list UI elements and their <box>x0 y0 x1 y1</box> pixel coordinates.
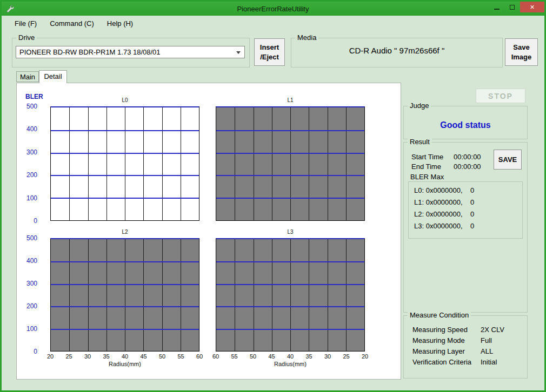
window-title: PioneerErrorRateUtility <box>2 5 544 13</box>
x-tick-label: 30 <box>324 353 331 360</box>
grid-vline <box>88 107 89 220</box>
grid-vline <box>125 107 125 220</box>
grid-vline <box>235 239 235 351</box>
grid-vline <box>235 107 235 220</box>
bler-axis-label: BLER <box>25 93 43 100</box>
grid-vline <box>69 239 70 351</box>
bler-max-hex: L3: 0x0000000, <box>414 222 463 230</box>
x-tick-label: 55 <box>231 353 237 360</box>
chart-title: L1 <box>216 97 365 103</box>
judge-group-label: Judge <box>408 102 431 110</box>
save-image-label-line2: Image <box>511 52 532 62</box>
window-controls: × <box>489 2 544 12</box>
grid-vline <box>290 107 291 220</box>
chart-title: L2 <box>50 229 199 235</box>
y-tick-label: 200 <box>26 302 37 310</box>
x-axis-title: Radius(mm) <box>50 361 199 367</box>
save-button[interactable]: SAVE <box>494 150 522 170</box>
measure-condition-label: Verification Criteria <box>412 358 471 366</box>
y-tick-label: 500 <box>26 103 37 110</box>
start-time-label: Start Time <box>411 153 443 161</box>
title-bar: PioneerErrorRateUtility × <box>2 2 544 16</box>
chart-plot-area <box>50 238 199 352</box>
grid-vline <box>346 239 347 351</box>
insert-eject-label-line1: Insert <box>260 43 279 52</box>
measure-condition-group-label: Measure Condition <box>408 311 471 319</box>
menu-file[interactable]: File (F) <box>8 17 43 30</box>
measure-condition-value: Initial <box>481 358 497 366</box>
grid-vline <box>290 239 291 351</box>
grid-vline <box>181 239 181 351</box>
menu-help[interactable]: Help (H) <box>101 17 139 30</box>
measure-condition-value: Full <box>481 336 492 344</box>
grid-vline <box>125 239 125 351</box>
bler-max-hex: L0: 0x0000000, <box>414 186 463 194</box>
x-tick-label: 60 <box>212 353 219 360</box>
x-tick-label: 40 <box>287 353 294 360</box>
chart-plot-area <box>50 106 199 221</box>
insert-eject-button[interactable]: Insert /Eject <box>254 38 285 66</box>
bler-max-count: 0 <box>470 186 474 194</box>
x-tick-label: 45 <box>140 353 147 360</box>
grid-vline <box>328 107 328 220</box>
maximize-button[interactable] <box>504 2 520 12</box>
grid-hline <box>51 329 199 330</box>
tab-detail[interactable]: Detail <box>39 70 67 83</box>
x-tick-label: 30 <box>84 353 91 360</box>
stop-button[interactable]: STOP <box>476 89 525 103</box>
grid-vline <box>143 239 144 351</box>
drive-group-label: Drive <box>16 33 37 42</box>
grid-hline <box>51 153 199 154</box>
grid-hline <box>216 198 364 199</box>
bler-max-count: 0 <box>470 222 474 230</box>
close-button[interactable]: × <box>520 2 544 12</box>
grid-vline <box>328 239 328 351</box>
y-tick-label: 0 <box>34 217 37 225</box>
grid-vline <box>162 107 163 220</box>
drive-select[interactable]: PIONEER BD-RW BDR-PR1M 1.73 18/08/01 <box>16 46 245 58</box>
grid-vline <box>272 107 272 220</box>
y-tick-label: 400 <box>26 125 37 133</box>
minimize-button[interactable] <box>489 2 504 12</box>
bler-max-row: L3: 0x0000000,0 <box>414 222 463 230</box>
media-group-label: Media <box>295 33 318 42</box>
judge-status-text: Good status <box>404 120 527 130</box>
x-tick-label: 20 <box>47 353 54 360</box>
grid-hline <box>51 306 199 307</box>
x-tick-label: 50 <box>159 353 165 360</box>
media-groupbox: Media CD-R Audio " 97m26s66f " <box>291 38 503 67</box>
bler-max-count: 0 <box>470 198 474 206</box>
grid-hline <box>216 306 364 307</box>
measure-condition-label: Measuring Mode <box>412 336 465 344</box>
x-axis-ticks: 202530354045505560 <box>50 353 199 360</box>
bler-max-hex: L2: 0x0000000, <box>414 210 463 218</box>
x-axis-title: Radius(mm) <box>216 361 365 367</box>
grid-hline <box>216 153 364 154</box>
measure-condition-label: Measuring Layer <box>412 347 465 355</box>
save-image-label-line1: Save <box>513 43 529 52</box>
grid-hline <box>216 261 364 262</box>
grid-vline <box>88 239 89 351</box>
menu-command[interactable]: Command (C) <box>43 17 101 30</box>
y-tick-label: 500 <box>26 234 37 242</box>
y-axis-row2: 0100200300400500 <box>17 238 50 352</box>
x-tick-label: 60 <box>196 353 203 360</box>
x-tick-label: 25 <box>343 353 349 360</box>
chart-plot-area <box>216 106 365 221</box>
measure-condition-value: 2X CLV <box>481 326 504 334</box>
x-axis-ticks: 605550454035302520 <box>216 353 365 360</box>
start-time-value: 00:00:00 <box>454 153 481 161</box>
tab-main[interactable]: Main <box>16 71 39 82</box>
chart-title: L3 <box>216 229 365 235</box>
chevron-down-icon <box>236 51 241 54</box>
grid-hline <box>216 175 364 176</box>
chart-L0: L0 <box>50 106 199 221</box>
y-tick-label: 100 <box>26 325 37 333</box>
bler-max-count: 0 <box>470 210 474 218</box>
save-image-button[interactable]: Save Image <box>505 38 538 66</box>
result-group-label: Result <box>408 138 432 146</box>
y-tick-label: 100 <box>26 194 37 202</box>
bler-max-row: L1: 0x0000000,0 <box>414 198 463 206</box>
y-tick-label: 200 <box>26 171 37 179</box>
judge-groupbox: Judge Good status <box>403 106 528 139</box>
